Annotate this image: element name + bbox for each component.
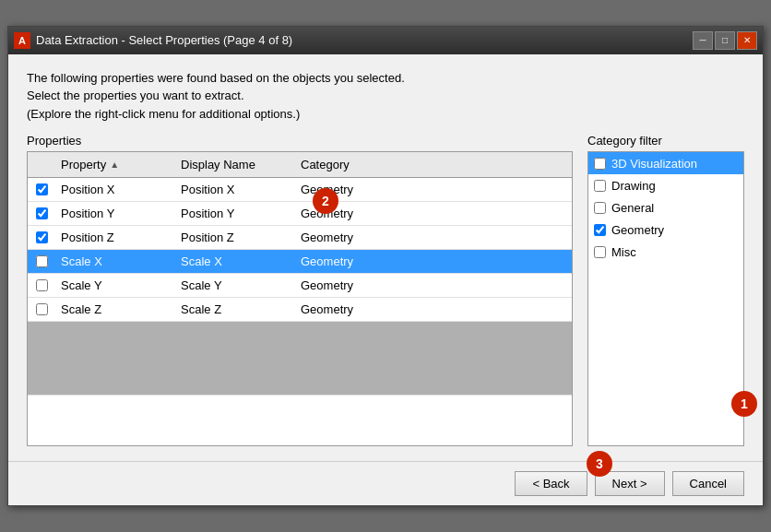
- row-property: Position Y: [55, 205, 175, 222]
- table-row[interactable]: Scale X Scale X Geometry: [28, 250, 572, 274]
- row-checkbox-cell: [28, 279, 55, 291]
- table-row[interactable]: Scale Y Scale Y Geometry: [28, 274, 572, 298]
- row-checkbox[interactable]: [36, 231, 48, 243]
- header-property-col[interactable]: Property ▲: [55, 156, 175, 173]
- content-area: The following properties were found base…: [8, 54, 763, 462]
- row-checkbox-cell: [28, 207, 55, 219]
- title-bar-left: A Data Extraction - Select Properties (P…: [14, 32, 292, 49]
- properties-panel-title: Properties: [27, 134, 573, 148]
- row-property: Position X: [55, 181, 175, 198]
- row-display: Position X: [175, 181, 295, 198]
- row-display: Scale Z: [175, 301, 295, 318]
- annotation-circle-1: 1: [731, 391, 757, 417]
- row-checkbox[interactable]: [36, 303, 48, 315]
- row-display: Position Z: [175, 229, 295, 246]
- description-text: The following properties were found base…: [27, 69, 744, 124]
- row-display: Scale X: [175, 253, 295, 270]
- filter-item-label: Drawing: [611, 179, 656, 193]
- filter-item[interactable]: Drawing: [588, 174, 743, 196]
- row-display: Scale Y: [175, 277, 295, 294]
- row-property: Position Z: [55, 229, 175, 246]
- properties-table: Property ▲ Display Name Category: [27, 151, 573, 446]
- table-body: Position X Position X Geometry Position …: [28, 178, 572, 443]
- cancel-button[interactable]: Cancel: [672, 471, 744, 496]
- header-check-col: [28, 156, 55, 173]
- filter-item[interactable]: Misc: [588, 241, 743, 263]
- table-row[interactable]: Scale Z Scale Z Geometry: [28, 298, 572, 322]
- desc-line2: Select the properties you want to extrac…: [27, 87, 744, 105]
- maximize-button[interactable]: □: [715, 31, 735, 50]
- row-category: Geometry: [295, 253, 572, 270]
- back-button[interactable]: < Back: [515, 471, 587, 496]
- row-checkbox-cell: [28, 183, 55, 195]
- properties-panel: Properties Property ▲ Display Name: [27, 134, 573, 446]
- row-category: Geometry: [295, 301, 572, 318]
- row-property: Scale Y: [55, 277, 175, 294]
- category-filter-title: Category filter: [587, 134, 744, 148]
- row-checkbox[interactable]: [36, 183, 48, 195]
- row-checkbox-cell: [28, 303, 55, 315]
- row-checkbox-cell: [28, 231, 55, 243]
- row-checkbox[interactable]: [36, 279, 48, 291]
- title-bar: A Data Extraction - Select Properties (P…: [8, 27, 763, 54]
- filter-item-label: Misc: [611, 245, 636, 259]
- row-checkbox[interactable]: [36, 255, 48, 267]
- desc-line3: (Explore the right-click menu for additi…: [27, 105, 744, 124]
- filter-item[interactable]: 3D Visualization: [588, 152, 743, 174]
- empty-row: [28, 322, 572, 396]
- filter-checkbox[interactable]: [594, 180, 606, 192]
- filter-item-label: General: [611, 201, 654, 215]
- table-row[interactable]: Position Z Position Z Geometry: [28, 226, 572, 250]
- main-area: Properties Property ▲ Display Name: [27, 134, 744, 446]
- filter-checkbox[interactable]: [594, 158, 606, 170]
- title-bar-buttons: ─ □ ✕: [693, 31, 757, 50]
- table-header: Property ▲ Display Name Category: [28, 152, 572, 178]
- category-filter-panel: Category filter 3D Visualization Drawing: [587, 134, 744, 446]
- desc-line1: The following properties were found base…: [27, 69, 744, 88]
- window-title: Data Extraction - Select Properties (Pag…: [36, 33, 292, 47]
- filter-checkbox[interactable]: [594, 246, 606, 258]
- filter-item[interactable]: Geometry: [588, 219, 743, 241]
- row-checkbox-cell: [28, 255, 55, 267]
- row-category: Geometry: [295, 229, 572, 246]
- category-filter-list: 3D Visualization Drawing General: [587, 151, 744, 446]
- table-row[interactable]: Position Y Position Y Geometry: [28, 202, 572, 226]
- row-property: Scale Z: [55, 301, 175, 318]
- header-category-col: Category: [295, 156, 572, 173]
- table-row[interactable]: Position X Position X Geometry: [28, 178, 572, 202]
- row-category: Geometry: [295, 277, 572, 294]
- filter-item-label: Geometry: [611, 223, 664, 237]
- footer: < Back Next > Cancel 3: [8, 461, 763, 505]
- minimize-button[interactable]: ─: [693, 31, 713, 50]
- main-window: A Data Extraction - Select Properties (P…: [7, 26, 764, 507]
- row-property: Scale X: [55, 253, 175, 270]
- header-display-col: Display Name: [175, 156, 295, 173]
- filter-checkbox[interactable]: [594, 202, 606, 214]
- filter-item-label: 3D Visualization: [611, 157, 697, 171]
- app-icon: A: [14, 32, 30, 49]
- filter-checkbox[interactable]: [594, 224, 606, 236]
- row-checkbox[interactable]: [36, 207, 48, 219]
- filter-item[interactable]: General: [588, 196, 743, 219]
- close-button[interactable]: ✕: [737, 31, 757, 50]
- row-display: Position Y: [175, 205, 295, 222]
- sort-arrow-icon: ▲: [110, 160, 119, 170]
